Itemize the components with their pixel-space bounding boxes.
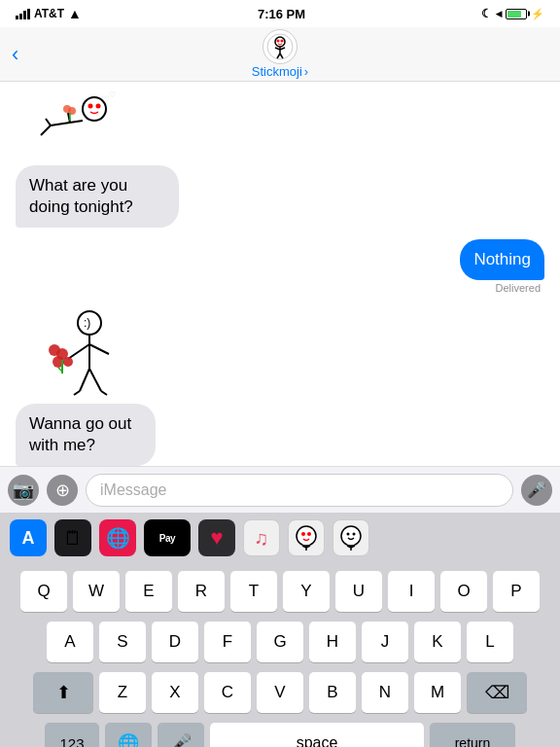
key-i[interactable]: I bbox=[388, 571, 435, 612]
input-placeholder: iMessage bbox=[100, 481, 166, 499]
svg-text:♡: ♡ bbox=[109, 91, 116, 99]
key-o[interactable]: O bbox=[440, 571, 487, 612]
key-f[interactable]: F bbox=[204, 622, 251, 662]
nav-contact[interactable]: Stickmoji › bbox=[252, 29, 308, 79]
svg-point-27 bbox=[49, 344, 60, 356]
apple-pay-tray[interactable]: Pay bbox=[144, 519, 191, 556]
key-j[interactable]: J bbox=[362, 622, 408, 662]
key-s[interactable]: S bbox=[99, 622, 146, 662]
bar3 bbox=[23, 11, 26, 19]
browser-tray[interactable]: 🌐 bbox=[99, 519, 136, 556]
svg-point-11 bbox=[96, 104, 101, 109]
sticker2-tray[interactable] bbox=[332, 519, 369, 556]
message-row-received-2: Wanna go out with me? bbox=[16, 404, 216, 466]
contact-avatar bbox=[262, 29, 298, 64]
mic-icon: 🎤 bbox=[527, 480, 546, 499]
browser-icon: 🌐 bbox=[106, 526, 130, 550]
svg-line-34 bbox=[74, 391, 80, 395]
status-bar: AT&T ▲ 7:16 PM ☾ ◂ ⚡ bbox=[0, 0, 560, 27]
bubble-received-1: What are you doing tonight? bbox=[16, 165, 179, 228]
key-y[interactable]: Y bbox=[283, 571, 330, 612]
key-b[interactable]: B bbox=[309, 672, 356, 713]
key-h[interactable]: H bbox=[309, 622, 356, 662]
wifi-icon: ▲ bbox=[68, 6, 82, 21]
key-r[interactable]: R bbox=[178, 571, 225, 612]
bubble-sent-1: Nothing bbox=[460, 239, 544, 280]
keyboard-row-2: A S D F G H J K L bbox=[4, 622, 556, 662]
bubble-received-2: Wanna go out with me? bbox=[16, 404, 156, 466]
nav-bar: ‹ Stickmoji › bbox=[0, 27, 560, 82]
message-row-sent-1: Nothing Delivered bbox=[16, 239, 544, 294]
battery-icon bbox=[506, 9, 527, 19]
message-input[interactable]: iMessage bbox=[86, 474, 513, 507]
clipboard-icon: 🗒 bbox=[63, 527, 83, 550]
input-bar: 📷 ⊕ iMessage 🎤 bbox=[0, 466, 560, 513]
keyboard-row-bottom: 123 🌐 🎤 space return bbox=[4, 723, 556, 747]
chevron-icon: › bbox=[304, 64, 308, 79]
sticker-image-1: ♡ ♡ bbox=[31, 91, 138, 173]
keyboard: Q W E R T Y U I O P A S D F G H J K L ⬆ … bbox=[0, 563, 560, 747]
key-g[interactable]: G bbox=[257, 622, 303, 662]
mic-keyboard-key[interactable]: 🎤 bbox=[158, 723, 204, 747]
heart-tray[interactable]: ♥ bbox=[198, 519, 235, 556]
svg-point-19 bbox=[63, 105, 71, 113]
key-m[interactable]: M bbox=[414, 672, 461, 713]
sticker-received-1: ♡ ♡ What are you doing toni bbox=[16, 91, 544, 228]
svg-point-10 bbox=[88, 104, 93, 109]
key-e[interactable]: E bbox=[125, 571, 172, 612]
status-left: AT&T ▲ bbox=[16, 6, 82, 21]
mic-button[interactable]: 🎤 bbox=[521, 475, 552, 506]
key-n[interactable]: N bbox=[362, 672, 408, 713]
moon-icon: ☾ bbox=[481, 7, 492, 20]
apps-button[interactable]: ⊕ bbox=[47, 475, 78, 506]
key-k[interactable]: K bbox=[414, 622, 461, 662]
key-v[interactable]: V bbox=[257, 672, 303, 713]
stickmoji-heart-icon bbox=[292, 523, 321, 552]
key-c[interactable]: C bbox=[204, 672, 251, 713]
svg-line-24 bbox=[68, 344, 89, 359]
phone-frame: AT&T ▲ 7:16 PM ☾ ◂ ⚡ ‹ bbox=[0, 0, 560, 747]
sticker1-tray[interactable] bbox=[288, 519, 325, 556]
key-d[interactable]: D bbox=[152, 622, 198, 662]
keyboard-row-1: Q W E R T Y U I O P bbox=[4, 571, 556, 612]
key-u[interactable]: U bbox=[335, 571, 382, 612]
charging-icon: ⚡ bbox=[531, 8, 544, 20]
key-q[interactable]: Q bbox=[20, 571, 67, 612]
svg-line-14 bbox=[51, 121, 83, 125]
status-time: 7:16 PM bbox=[258, 7, 305, 21]
globe-key[interactable]: 🌐 bbox=[105, 723, 152, 747]
clipboard-tray[interactable]: 🗒 bbox=[54, 519, 91, 556]
space-key[interactable]: space bbox=[210, 723, 424, 747]
stickmoji-smile-icon bbox=[336, 523, 366, 552]
apps-icon: ⊕ bbox=[55, 480, 70, 501]
contact-name[interactable]: Stickmoji › bbox=[252, 64, 308, 79]
camera-button[interactable]: 📷 bbox=[8, 475, 39, 506]
delete-key[interactable]: ⌫ bbox=[467, 672, 527, 713]
svg-point-44 bbox=[353, 533, 356, 536]
music-tray[interactable]: ♫ bbox=[243, 519, 280, 556]
app-tray: A 🗒 🌐 Pay ♥ ♫ bbox=[0, 513, 560, 563]
key-w[interactable]: W bbox=[73, 571, 120, 612]
svg-point-7 bbox=[276, 40, 279, 43]
back-button[interactable]: ‹ bbox=[12, 42, 18, 67]
numbers-key[interactable]: 123 bbox=[45, 723, 99, 747]
app-store-icon: A bbox=[22, 528, 35, 549]
return-key[interactable]: return bbox=[430, 723, 515, 747]
key-a[interactable]: A bbox=[47, 622, 93, 662]
key-x[interactable]: X bbox=[152, 672, 198, 713]
bar1 bbox=[16, 16, 18, 19]
key-t[interactable]: T bbox=[230, 571, 277, 612]
sticker-image-2: :) bbox=[31, 305, 138, 411]
shift-key[interactable]: ⬆ bbox=[33, 672, 93, 713]
signal-bars bbox=[16, 9, 30, 19]
location-icon: ◂ bbox=[496, 7, 502, 20]
svg-line-33 bbox=[89, 369, 101, 391]
key-l[interactable]: L bbox=[467, 622, 513, 662]
music-icon: ♫ bbox=[255, 527, 269, 550]
svg-point-37 bbox=[301, 532, 305, 536]
key-z[interactable]: Z bbox=[99, 672, 146, 713]
key-p[interactable]: P bbox=[493, 571, 540, 612]
app-store-tray[interactable]: A bbox=[10, 519, 47, 556]
svg-point-29 bbox=[63, 357, 73, 367]
bar4 bbox=[27, 9, 30, 19]
